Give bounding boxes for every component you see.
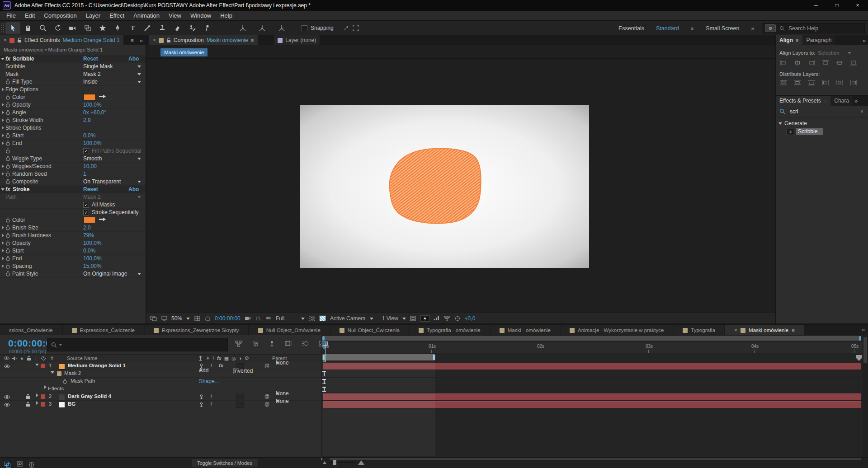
unlock-icon[interactable]	[17, 37, 22, 43]
property-row-path[interactable]: PathMask 2	[0, 193, 146, 201]
property-row-scribble[interactable]: ScribbleSingle Mask	[0, 63, 146, 70]
work-area-start-handle[interactable]	[323, 355, 325, 360]
composition-canvas[interactable]	[146, 59, 775, 314]
stopwatch-icon[interactable]	[5, 179, 12, 185]
comp-mini-flowchart-icon[interactable]	[235, 341, 242, 348]
align-to-dropdown-icon[interactable]	[848, 52, 851, 56]
property-row-spacing[interactable]: Spacing15,00%	[0, 262, 146, 270]
value-number[interactable]: 79%	[83, 232, 94, 239]
composition-tab[interactable]: × Composition Maski omówienie ≡	[149, 35, 258, 45]
video-eye-icon[interactable]	[4, 402, 10, 408]
solo-column-icon[interactable]: ●	[20, 356, 24, 361]
property-row-angle[interactable]: Angle0x +60,0°	[0, 109, 146, 117]
value-number[interactable]: 0,0%	[83, 248, 95, 254]
unlock-icon[interactable]	[166, 37, 171, 43]
resolution-dropdown-icon[interactable]	[301, 318, 305, 322]
reset-exposure-icon[interactable]	[454, 316, 461, 321]
zoom-slider-handle[interactable]	[333, 460, 336, 465]
clone-stamp-tool[interactable]	[155, 22, 170, 34]
quality-switch[interactable]: /	[211, 401, 212, 407]
close-button[interactable]: ×	[847, 0, 868, 11]
more-tabs-icon[interactable]: »	[862, 326, 865, 333]
align-top-button[interactable]	[821, 60, 830, 67]
twirl-right-icon[interactable]	[0, 141, 5, 145]
video-eye-icon[interactable]	[4, 394, 10, 401]
twirl-right-icon[interactable]	[0, 111, 5, 114]
twirl-right-icon[interactable]	[0, 264, 5, 268]
layer-tab[interactable]: Layer (none)	[274, 35, 320, 45]
in-point-marker[interactable]	[322, 371, 326, 376]
stopwatch-icon[interactable]	[5, 148, 12, 154]
property-value[interactable]: 0x +60,0°	[83, 109, 141, 116]
timeline-tab-animacje-wykorzystanie-w-praktyce[interactable]: Animacje - Wykorzystanie w praktyce	[561, 325, 673, 335]
child-row-mask-2[interactable]: Mask 2AddInverted	[0, 370, 321, 378]
help-search[interactable]: ⚙ Search Help	[762, 23, 865, 33]
pan-behind-tool[interactable]	[80, 22, 95, 34]
menu-edit[interactable]: Edit	[20, 12, 39, 19]
timeline-panel-icon[interactable]	[434, 316, 440, 321]
twirl-right-icon[interactable]	[0, 88, 5, 91]
work-area-end-handle[interactable]	[433, 355, 435, 360]
menu-layer[interactable]: Layer	[81, 12, 105, 19]
stopwatch-icon[interactable]	[5, 263, 12, 269]
close-tab-icon[interactable]: ×	[153, 37, 156, 43]
dropdown-arrow-icon[interactable]	[199, 370, 203, 374]
work-area-bar[interactable]	[322, 354, 435, 360]
shape-link[interactable]: Shape...	[199, 378, 219, 384]
property-row-stroke-options[interactable]: Stroke Options	[0, 124, 146, 132]
layer-duration-bar-row[interactable]	[322, 401, 863, 408]
align-to-value[interactable]: Selection	[818, 50, 839, 56]
child-row-effects[interactable]: Effects	[0, 385, 321, 393]
effects-search-input[interactable]	[789, 108, 849, 115]
twirl-down-icon[interactable]	[0, 188, 5, 191]
property-value[interactable]: 1	[83, 171, 141, 177]
reset-label[interactable]: Reset	[83, 186, 98, 192]
anchor-switch-icon[interactable]	[199, 402, 204, 408]
timeline-tab-maski-omówienie[interactable]: Maski - omówienie	[491, 325, 560, 335]
property-row-wiggles-second[interactable]: Wiggles/Second10,00	[0, 163, 146, 170]
property-row-end[interactable]: End100,0%	[0, 255, 146, 262]
more-tabs-icon[interactable]: »	[853, 98, 859, 104]
dropdown-arrow-icon[interactable]	[276, 400, 279, 404]
expand-transfer-controls-icon[interactable]	[17, 461, 23, 468]
hand-tool[interactable]	[20, 22, 35, 34]
layer-duration-bar[interactable]	[323, 401, 861, 408]
more-tabs-icon[interactable]: »	[137, 37, 146, 44]
twirl-right-icon[interactable]	[0, 118, 5, 122]
workspace-menu-icon[interactable]: ≡	[691, 26, 694, 31]
property-row-fill-paths-sequential[interactable]: ✓Fill Paths Sequential	[0, 147, 146, 155]
about-link[interactable]: Abo	[128, 186, 144, 192]
close-tab-icon[interactable]: ×	[734, 327, 737, 333]
more-workspaces-icon[interactable]: »	[751, 25, 754, 32]
label-column-icon[interactable]	[41, 356, 46, 361]
align-vcenter-button[interactable]	[835, 60, 844, 67]
pixel-aspect-icon[interactable]	[410, 316, 416, 321]
distribute-right-button[interactable]	[849, 80, 858, 87]
twirl-down-icon[interactable]	[0, 58, 5, 60]
value-dropdown[interactable]: Inside	[83, 79, 137, 85]
parent-pickwhip-icon[interactable]: @	[264, 363, 269, 368]
shape-tool[interactable]	[95, 22, 110, 34]
layer-duration-bar[interactable]	[323, 393, 861, 400]
property-row-opacity[interactable]: Opacity100,0%	[0, 239, 146, 247]
parent-pickwhip-icon[interactable]: @	[264, 393, 269, 399]
brush-tool[interactable]	[140, 22, 155, 34]
layer-duration-bar-row[interactable]	[322, 393, 863, 401]
quality-switch[interactable]: /	[211, 393, 212, 399]
twirl-right-icon[interactable]	[0, 134, 5, 137]
stopwatch-icon[interactable]	[5, 110, 12, 116]
close-tab-icon[interactable]: ×	[4, 37, 7, 43]
effects-presets-tab[interactable]: Effects & Presets ≡	[776, 96, 830, 106]
timeline-tab-null-object-omówienie[interactable]: Null Object_Omówienie	[249, 325, 330, 335]
property-row-random-seed[interactable]: Random Seed1	[0, 170, 146, 178]
color-swatch[interactable]	[83, 217, 96, 223]
property-row-mask[interactable]: MaskMask 2	[0, 70, 146, 78]
type-tool[interactable]: T	[125, 22, 140, 34]
property-value[interactable]: 2,0	[83, 225, 141, 231]
dropdown-arrow-icon[interactable]	[137, 73, 141, 77]
always-preview-icon[interactable]	[150, 316, 157, 321]
property-value[interactable]: 15,00%	[83, 263, 141, 269]
motion-blur-icon[interactable]	[302, 341, 309, 348]
toolbar-grip[interactable]	[1, 23, 5, 33]
layer-duration-bar-row[interactable]	[322, 362, 863, 370]
